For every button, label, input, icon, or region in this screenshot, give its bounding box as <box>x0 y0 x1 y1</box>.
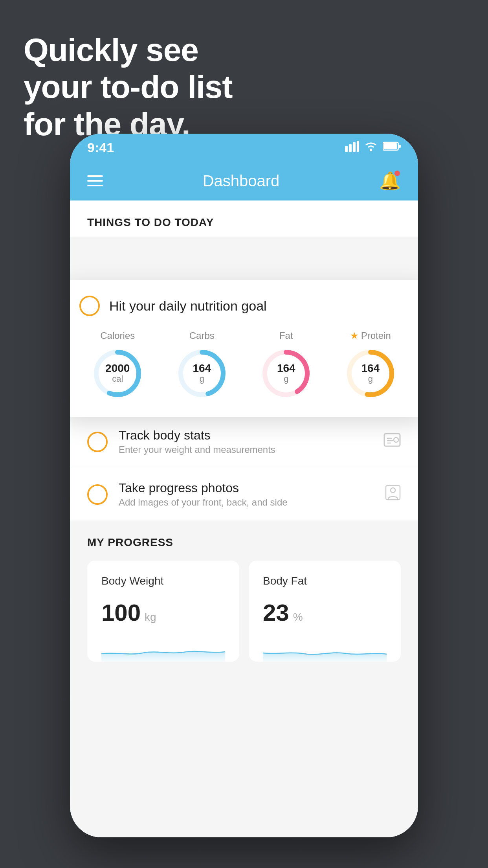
svg-rect-6 <box>399 145 401 148</box>
photos-text: Take progress photos Add images of your … <box>119 481 374 508</box>
fat-label: Fat <box>279 330 293 341</box>
body-fat-value-row: 23 % <box>263 599 387 626</box>
body-weight-value-row: 100 kg <box>101 599 225 626</box>
body-weight-unit: kg <box>145 611 156 623</box>
todo-section-title: THINGS TO DO TODAY <box>87 216 401 237</box>
nutrition-card-title: Hit your daily nutrition goal <box>109 298 267 314</box>
body-weight-card[interactable]: Body Weight 100 kg <box>87 561 239 662</box>
carbs-label: Carbs <box>189 330 215 341</box>
svg-rect-7 <box>383 143 397 149</box>
nutrition-checkbox[interactable] <box>79 296 100 316</box>
nav-bar: Dashboard 🔔 <box>70 161 418 200</box>
hero-line1: Quickly see <box>24 31 233 68</box>
stat-protein: ★ Protein 164 g <box>343 330 398 401</box>
bell-icon[interactable]: 🔔 <box>379 171 401 191</box>
photos-checkbox[interactable] <box>87 484 108 505</box>
svg-rect-16 <box>384 434 400 446</box>
fat-unit: g <box>277 374 295 384</box>
bodystats-checkbox[interactable] <box>87 432 108 452</box>
body-fat-card[interactable]: Body Fat 23 % <box>249 561 401 662</box>
body-weight-title: Body Weight <box>101 575 225 587</box>
calories-unit: cal <box>105 374 130 384</box>
fat-value: 164 <box>277 363 295 374</box>
stat-fat: Fat 164 g <box>259 330 314 401</box>
svg-rect-3 <box>357 141 359 152</box>
protein-donut: 164 g <box>343 346 398 401</box>
svg-rect-1 <box>349 144 352 152</box>
svg-rect-2 <box>353 142 356 152</box>
body-fat-unit: % <box>293 611 303 623</box>
battery-icon <box>383 141 401 154</box>
body-fat-title: Body Fat <box>263 575 387 587</box>
hero-line2: your to-do list <box>24 68 233 105</box>
stat-calories: Calories 2000 cal <box>90 330 145 401</box>
status-bar: 9:41 <box>70 134 418 161</box>
todo-section: THINGS TO DO TODAY <box>70 200 418 237</box>
photos-sub: Add images of your front, back, and side <box>119 497 374 508</box>
person-icon <box>385 485 401 504</box>
bodystats-text: Track body stats Enter your weight and m… <box>119 428 372 455</box>
body-fat-value: 23 <box>263 599 289 626</box>
body-weight-value: 100 <box>101 599 141 626</box>
photos-name: Take progress photos <box>119 481 374 495</box>
nutrition-card: Hit your daily nutrition goal Calories <box>70 280 418 417</box>
status-icons <box>345 141 401 154</box>
carbs-unit: g <box>193 374 211 384</box>
todo-item-photos[interactable]: Take progress photos Add images of your … <box>70 468 418 520</box>
progress-title: MY PROGRESS <box>87 536 401 549</box>
nutrition-card-header: Hit your daily nutrition goal <box>79 296 409 316</box>
svg-rect-0 <box>345 146 348 152</box>
body-weight-chart <box>101 638 225 662</box>
calories-value: 2000 <box>105 363 130 374</box>
nav-title: Dashboard <box>203 172 280 190</box>
content-area: THINGS TO DO TODAY Hit your daily nutrit… <box>70 200 418 837</box>
todo-item-bodystats[interactable]: Track body stats Enter your weight and m… <box>70 415 418 468</box>
calories-label: Calories <box>100 330 135 341</box>
menu-icon[interactable] <box>87 175 103 186</box>
wifi-icon <box>364 141 378 154</box>
svg-point-19 <box>391 488 395 493</box>
body-fat-chart <box>263 638 387 662</box>
carbs-donut: 164 g <box>174 346 229 401</box>
protein-unit: g <box>361 374 380 384</box>
progress-section: MY PROGRESS Body Weight 100 kg <box>70 520 418 677</box>
status-time: 9:41 <box>87 140 114 155</box>
notification-dot <box>394 171 400 176</box>
bodystats-name: Track body stats <box>119 428 372 443</box>
protein-value: 164 <box>361 363 380 374</box>
svg-point-17 <box>394 438 398 442</box>
progress-cards: Body Weight 100 kg <box>87 561 401 662</box>
protein-label: ★ Protein <box>350 330 391 341</box>
nutrition-stats: Calories 2000 cal <box>79 330 409 401</box>
fat-donut: 164 g <box>259 346 314 401</box>
phone-frame: 9:41 <box>70 134 418 837</box>
bodystats-sub: Enter your weight and measurements <box>119 444 372 455</box>
scale-icon <box>383 432 401 451</box>
star-icon: ★ <box>350 330 359 341</box>
hero-text: Quickly see your to-do list for the day. <box>24 31 233 143</box>
calories-donut: 2000 cal <box>90 346 145 401</box>
signal-icon <box>345 141 359 154</box>
carbs-value: 164 <box>193 363 211 374</box>
stat-carbs: Carbs 164 g <box>174 330 229 401</box>
svg-point-4 <box>370 149 372 151</box>
